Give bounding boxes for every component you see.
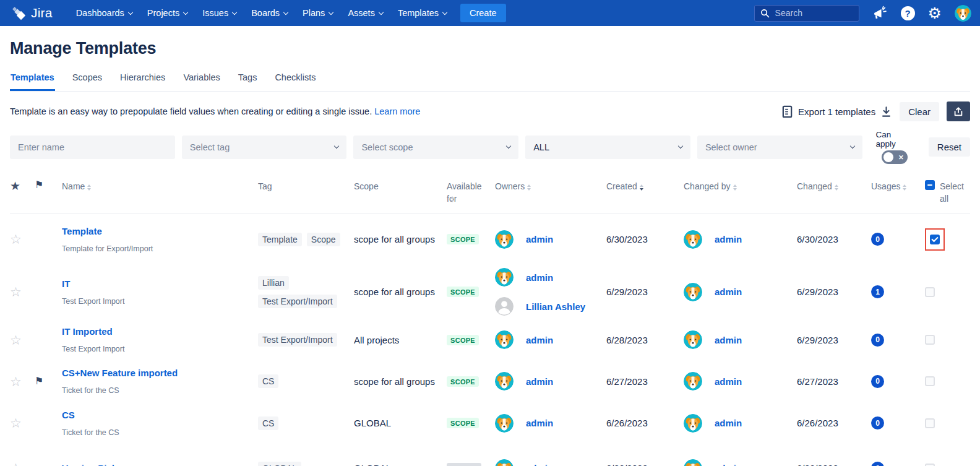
reset-button[interactable]: Reset	[929, 137, 970, 157]
owner-entry: Lillian Ashley	[495, 297, 585, 316]
select-all-checkbox[interactable]	[925, 180, 935, 190]
user-link[interactable]: admin	[526, 234, 553, 244]
user-link[interactable]: admin	[526, 272, 553, 283]
sort-icon-sorted-desc[interactable]	[640, 183, 643, 192]
nav-item-assets[interactable]: Assets	[340, 0, 390, 26]
nav-item-projects[interactable]: Projects	[140, 0, 195, 26]
star-icon[interactable]: ☆	[10, 334, 22, 347]
template-description: Ticket for the CS	[62, 428, 119, 437]
user-link[interactable]: admin	[526, 335, 553, 345]
nav-right: ? ⚙	[754, 5, 971, 22]
user-avatar[interactable]	[955, 5, 971, 22]
clear-button[interactable]: Clear	[900, 102, 939, 121]
template-name-link[interactable]: IT	[62, 278, 70, 289]
tab-checklists[interactable]: Checklists	[274, 72, 316, 91]
changed-date: 6/27/2023	[797, 376, 871, 387]
tab-hierarchies[interactable]: Hierarchies	[119, 72, 166, 91]
star-icon[interactable]: ☆	[10, 416, 22, 429]
flag-icon[interactable]: ⚑	[35, 376, 43, 386]
template-name-link[interactable]: CS+New Feature imported	[62, 368, 178, 378]
template-name-link[interactable]: Template	[62, 226, 102, 236]
nav-item-label: Boards	[251, 8, 280, 18]
brand-name: Jira	[31, 6, 53, 20]
tag-chip: CS	[258, 374, 278, 388]
name-filter-input[interactable]	[18, 142, 167, 152]
available-for-badge: SCOPE	[447, 287, 479, 297]
name-filter-field[interactable]	[10, 136, 175, 159]
sort-icon[interactable]	[87, 183, 91, 192]
sort-icon[interactable]	[835, 183, 838, 192]
announcements-icon[interactable]	[872, 6, 888, 21]
user-link[interactable]: admin	[715, 335, 742, 345]
sort-icon[interactable]	[903, 183, 906, 192]
user-link[interactable]: admin	[715, 376, 742, 387]
template-name-link[interactable]: Version Picker	[62, 463, 126, 466]
col-created: Created	[606, 180, 684, 192]
nav-item-issues[interactable]: Issues	[195, 0, 244, 26]
template-name-link[interactable]: CS	[62, 410, 75, 420]
table-header: ★ ⚑ Name Tag Scope Available for Owners …	[10, 164, 970, 214]
person-avatar	[495, 297, 514, 316]
scope-filter-select[interactable]: Select scope	[353, 136, 518, 159]
star-icon[interactable]: ☆	[10, 285, 22, 298]
user-link[interactable]: admin	[526, 418, 553, 428]
gear-icon[interactable]: ⚙	[928, 6, 942, 21]
owner-filter-select[interactable]: Select owner	[697, 136, 862, 159]
user-link[interactable]: admin	[715, 463, 742, 466]
tab-variables[interactable]: Variables	[183, 72, 220, 91]
changed-date: 6/29/2023	[797, 287, 871, 297]
scope-value: All projects	[354, 335, 447, 345]
search-input[interactable]	[775, 8, 849, 18]
star-header-icon[interactable]: ★	[10, 180, 20, 192]
template-name-link[interactable]: IT Imported	[62, 326, 113, 337]
row-checkbox[interactable]	[925, 335, 935, 345]
nav-item-boards[interactable]: Boards	[244, 0, 295, 26]
user-link[interactable]: admin	[715, 418, 742, 428]
help-icon[interactable]: ?	[901, 6, 915, 20]
row-checkbox[interactable]	[925, 464, 935, 466]
sort-icon[interactable]	[733, 183, 737, 192]
star-icon[interactable]: ☆	[10, 462, 22, 466]
tab-templates[interactable]: Templates	[10, 72, 55, 91]
available-for-badge: OWNER	[447, 463, 481, 466]
row-checkbox[interactable]	[925, 376, 935, 386]
create-button[interactable]: Create	[460, 4, 506, 22]
chevron-down-icon	[678, 144, 683, 149]
export-templates-button[interactable]: Export 1 templates	[781, 105, 892, 118]
nav-item-dashboards[interactable]: Dashboards	[69, 0, 140, 26]
usages-badge: 0	[871, 416, 884, 429]
can-apply-toggle[interactable]: ✕	[882, 150, 908, 164]
tag-filter-select[interactable]: Select tag	[182, 136, 347, 159]
owner-entry: admin	[495, 268, 553, 287]
type-filter-select[interactable]: ALL	[525, 136, 690, 159]
owner-entry: admin	[495, 230, 553, 249]
flag-header-icon[interactable]: ⚑	[35, 180, 43, 190]
jira-logo[interactable]: Jira	[11, 6, 53, 21]
user-link[interactable]: admin	[715, 287, 742, 297]
dog-avatar	[495, 459, 514, 466]
tab-tags[interactable]: Tags	[238, 72, 258, 91]
star-icon[interactable]: ☆	[10, 375, 22, 388]
navbar-search[interactable]	[754, 5, 859, 22]
tab-scopes[interactable]: Scopes	[72, 72, 103, 91]
user-link[interactable]: admin	[715, 234, 742, 244]
row-checkbox[interactable]	[930, 235, 940, 244]
user-link[interactable]: admin	[526, 376, 553, 387]
sort-icon[interactable]	[527, 183, 531, 192]
filter-bar: Select tag Select scope ALL Select owner…	[10, 130, 970, 164]
star-icon[interactable]: ☆	[10, 233, 22, 246]
nav-item-plans[interactable]: Plans	[295, 0, 340, 26]
dog-avatar	[684, 372, 702, 390]
owner-entry: admin	[495, 414, 553, 433]
sort-icon[interactable]	[450, 194, 454, 204]
table-row: ☆ IT Imported Test Export Import Test Ex…	[10, 319, 970, 361]
learn-more-link[interactable]: Learn more	[374, 106, 420, 116]
share-button[interactable]	[947, 101, 970, 121]
col-usages: Usages	[871, 180, 924, 192]
user-link[interactable]: Lillian Ashley	[526, 301, 585, 312]
nav-item-templates[interactable]: Templates	[390, 0, 454, 26]
row-checkbox[interactable]	[925, 287, 935, 297]
template-description: Test Export Import	[62, 345, 124, 353]
user-link[interactable]: admin	[526, 463, 553, 466]
row-checkbox[interactable]	[925, 418, 935, 428]
